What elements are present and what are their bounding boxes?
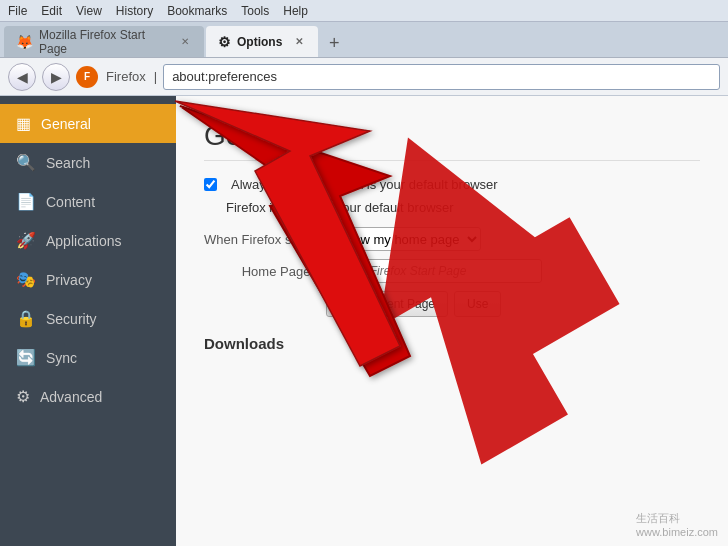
new-tab-button[interactable]: + [320,30,348,57]
sidebar-item-general-label: General [41,116,91,132]
options-tab-icon: ⚙ [218,34,231,50]
sidebar-item-advanced-label: Advanced [40,389,102,405]
menu-edit[interactable]: Edit [41,4,62,18]
page-title: General [204,120,700,161]
default-browser-row: Always check if Firefox is your default … [204,177,700,192]
sidebar-item-privacy-label: Privacy [46,272,92,288]
use-button[interactable]: Use [454,291,501,317]
downloads-section-title: Downloads [204,335,700,352]
sidebar-item-applications-label: Applications [46,233,122,249]
search-icon: 🔍 [16,153,36,172]
security-icon: 🔒 [16,309,36,328]
url-prefix: Firefox [104,69,148,84]
default-status-text: Firefox is currently your default browse… [226,200,454,215]
sidebar: ▦ General 🔍 Search 📄 Content 🚀 Applicati… [0,96,176,546]
sidebar-item-content-label: Content [46,194,95,210]
menu-bookmarks[interactable]: Bookmarks [167,4,227,18]
sidebar-item-search-label: Search [46,155,90,171]
watermark-site: www.bimeiz.com [636,526,718,538]
watermark: 生活百科 www.bimeiz.com [636,511,718,538]
content-icon: 📄 [16,192,36,211]
tab-start[interactable]: 🦊 Mozilla Firefox Start Page ✕ [4,26,204,57]
menu-view[interactable]: View [76,4,102,18]
tab-options-label: Options [237,35,282,49]
homepage-input[interactable] [322,259,542,283]
sidebar-item-search[interactable]: 🔍 Search [0,143,176,182]
default-browser-label: Always check if Firefox is your default … [231,177,498,192]
sidebar-item-advanced[interactable]: ⚙ Advanced [0,377,176,416]
privacy-icon: 🎭 [16,270,36,289]
homepage-row: Home Page: [204,259,700,283]
menu-file[interactable]: File [8,4,27,18]
tab-start-close[interactable]: ✕ [178,35,192,48]
menu-bar: File Edit View History Bookmarks Tools H… [0,0,728,22]
url-bar[interactable] [163,64,720,90]
firefox-logo: F [76,66,98,88]
sidebar-item-content[interactable]: 📄 Content [0,182,176,221]
homepage-label: Home Page: [204,264,314,279]
red-arrow-overlay [176,96,728,546]
sidebar-item-privacy[interactable]: 🎭 Privacy [0,260,176,299]
back-button[interactable]: ◀ [8,63,36,91]
main-area: ▦ General 🔍 Search 📄 Content 🚀 Applicati… [0,96,728,546]
applications-icon: 🚀 [16,231,36,250]
homepage-buttons-row: Use Current Page Use [326,291,700,317]
sidebar-item-applications[interactable]: 🚀 Applications [0,221,176,260]
firefox-tab-icon: 🦊 [16,34,33,50]
content-area: General Always check if Firefox is your … [176,96,728,546]
sidebar-item-security[interactable]: 🔒 Security [0,299,176,338]
nav-bar: ◀ ▶ F Firefox | [0,58,728,96]
default-browser-checkbox[interactable] [204,178,217,191]
tab-options-close[interactable]: ✕ [292,35,306,48]
sidebar-item-general[interactable]: ▦ General [0,104,176,143]
sync-icon: 🔄 [16,348,36,367]
tab-bar: 🦊 Mozilla Firefox Start Page ✕ ⚙ Options… [0,22,728,58]
advanced-icon: ⚙ [16,387,30,406]
forward-button[interactable]: ▶ [42,63,70,91]
menu-tools[interactable]: Tools [241,4,269,18]
use-current-page-button[interactable]: Use Current Page [326,291,448,317]
startup-select[interactable]: Show my home page [328,227,481,251]
startup-row: When Firefox starts: Show my home page [204,227,700,251]
startup-label: When Firefox starts: [204,232,320,247]
menu-history[interactable]: History [116,4,153,18]
default-status-row: Firefox is currently your default browse… [204,200,700,215]
sidebar-item-security-label: Security [46,311,97,327]
general-icon: ▦ [16,114,31,133]
sidebar-item-sync-label: Sync [46,350,77,366]
sidebar-item-sync[interactable]: 🔄 Sync [0,338,176,377]
watermark-text: 生活百科 [636,512,680,524]
tab-start-label: Mozilla Firefox Start Page [39,28,168,56]
menu-help[interactable]: Help [283,4,308,18]
tab-options[interactable]: ⚙ Options ✕ [206,26,318,57]
